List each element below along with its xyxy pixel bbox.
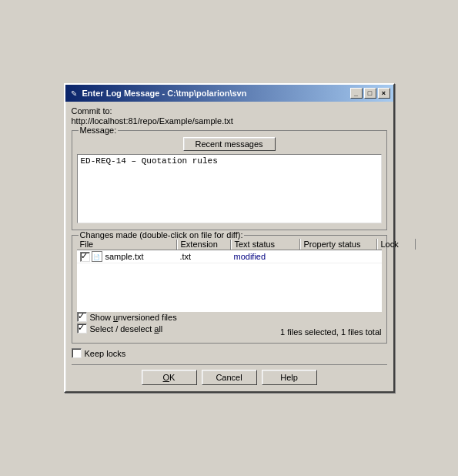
minimize-button[interactable]: _ xyxy=(350,88,363,99)
show-unversioned-checkbox[interactable] xyxy=(77,312,87,322)
divider xyxy=(72,364,387,365)
extension-cell: .txt xyxy=(177,250,231,263)
keep-locks-row: Keep locks xyxy=(72,348,126,358)
column-header-extension: Extension xyxy=(177,239,231,250)
table-header: File Extension Text status Property stat… xyxy=(77,239,382,250)
table-body: 📄 sample.txt .txt modified xyxy=(77,250,382,312)
column-header-file: File xyxy=(77,239,177,250)
commit-to-label: Commit to: xyxy=(72,106,387,116)
file-checkbox[interactable] xyxy=(80,252,90,262)
help-button[interactable]: Help xyxy=(262,370,317,385)
main-window: ✎ Enter Log Message - C:\tmp\polarion\sv… xyxy=(64,83,395,393)
commit-url: http://localhost:81/repo/Example/sample.… xyxy=(72,116,387,126)
recent-messages-button[interactable]: Recent messages xyxy=(183,137,276,151)
title-buttons: _ □ × xyxy=(350,88,390,99)
maximize-button[interactable]: □ xyxy=(364,88,376,99)
keep-locks-checkbox[interactable] xyxy=(72,348,82,358)
table-row: 📄 sample.txt .txt modified xyxy=(77,250,382,263)
keep-locks-label: Keep locks xyxy=(85,349,126,358)
column-header-text-status: Text status xyxy=(231,239,300,250)
lock-cell xyxy=(377,250,382,263)
select-deselect-label: Select / deselect all xyxy=(90,324,163,334)
files-count: 1 files selected, 1 files total xyxy=(280,327,381,337)
show-unversioned-label: Show unversioned files xyxy=(90,313,177,322)
column-header-property-status: Property status xyxy=(300,239,377,250)
select-deselect-checkbox[interactable] xyxy=(77,323,87,334)
keep-locks-section: Keep locks xyxy=(72,348,387,358)
file-cell: 📄 sample.txt xyxy=(77,250,177,263)
ok-button[interactable]: OK xyxy=(142,370,197,385)
select-deselect-row: Select / deselect all xyxy=(77,323,177,334)
changes-bottom: Show unversioned files Select / deselect… xyxy=(77,312,382,338)
property-status-cell xyxy=(300,250,377,263)
cancel-button[interactable]: Cancel xyxy=(202,370,257,385)
file-icon: 📄 xyxy=(92,251,102,262)
title-bar-left: ✎ Enter Log Message - C:\tmp\polarion\sv… xyxy=(69,88,247,99)
message-textarea[interactable]: ED-REQ-14 – Quotation rules xyxy=(77,154,382,223)
window-content: Commit to: http://localhost:81/repo/Exam… xyxy=(65,102,393,391)
button-row: OK Cancel Help xyxy=(72,370,387,385)
window-title: Enter Log Message - C:\tmp\polarion\svn xyxy=(82,89,247,98)
close-button[interactable]: × xyxy=(378,88,390,99)
filename: sample.txt xyxy=(105,252,144,261)
message-group-label: Message: xyxy=(79,126,119,135)
changes-group-label: Changes made (double-click on file for d… xyxy=(79,230,245,240)
changes-group: Changes made (double-click on file for d… xyxy=(72,235,387,344)
text-status-cell: modified xyxy=(231,250,300,263)
message-group: Message: Recent messages ED-REQ-14 – Quo… xyxy=(72,130,387,230)
title-bar: ✎ Enter Log Message - C:\tmp\polarion\sv… xyxy=(65,85,393,102)
window-icon: ✎ xyxy=(69,88,79,99)
show-unversioned-row: Show unversioned files xyxy=(77,312,177,322)
bottom-checkboxes: Show unversioned files Select / deselect… xyxy=(77,312,177,335)
column-header-lock: Lock xyxy=(377,239,416,250)
